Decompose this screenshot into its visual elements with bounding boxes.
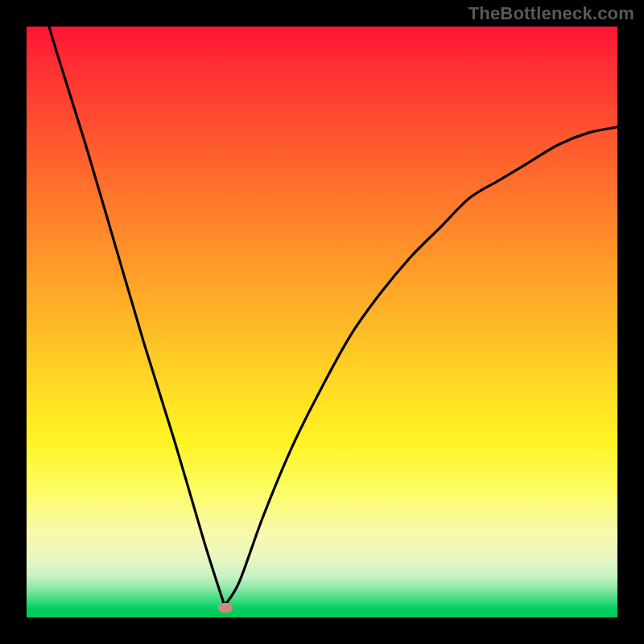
curve-path [27, 0, 617, 605]
watermark-text: TheBottleneck.com [469, 3, 634, 24]
chart-frame: TheBottleneck.com [0, 0, 644, 644]
bottleneck-curve [27, 27, 617, 617]
plot-area [27, 27, 617, 617]
optimum-marker [218, 603, 233, 613]
